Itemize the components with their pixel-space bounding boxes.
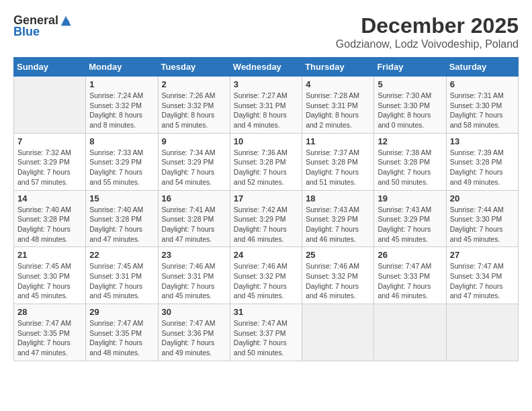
title-area: December 2025 Godzianow, Lodz Voivodeshi… xyxy=(336,13,519,50)
day-number: 10 xyxy=(234,136,298,146)
header-row: SundayMondayTuesdayWednesdayThursdayFrid… xyxy=(14,58,519,77)
calendar-cell: 21 Sunrise: 7:45 AMSunset: 3:30 PMDaylig… xyxy=(14,247,86,304)
calendar-cell: 7 Sunrise: 7:32 AMSunset: 3:29 PMDayligh… xyxy=(14,133,86,190)
calendar-cell: 12 Sunrise: 7:38 AMSunset: 3:28 PMDaylig… xyxy=(374,133,446,190)
day-info: Sunrise: 7:36 AMSunset: 3:28 PMDaylight:… xyxy=(234,148,298,187)
header-cell-friday: Friday xyxy=(374,58,446,77)
week-row-4: 21 Sunrise: 7:45 AMSunset: 3:30 PMDaylig… xyxy=(14,247,519,304)
header: General Blue December 2025 Godzianow, Lo… xyxy=(13,13,519,50)
day-info: Sunrise: 7:47 AMSunset: 3:34 PMDaylight:… xyxy=(450,261,515,301)
header-cell-thursday: Thursday xyxy=(302,58,374,77)
day-number: 3 xyxy=(234,79,298,89)
day-info: Sunrise: 7:32 AMSunset: 3:29 PMDaylight:… xyxy=(17,148,82,187)
day-number: 13 xyxy=(450,136,515,146)
calendar-cell: 18 Sunrise: 7:43 AMSunset: 3:29 PMDaylig… xyxy=(302,190,374,247)
calendar-cell xyxy=(446,304,518,361)
day-number: 30 xyxy=(162,307,226,317)
day-number: 8 xyxy=(89,136,154,146)
calendar-cell: 13 Sunrise: 7:39 AMSunset: 3:28 PMDaylig… xyxy=(446,133,518,190)
calendar-cell: 31 Sunrise: 7:47 AMSunset: 3:37 PMDaylig… xyxy=(230,304,302,361)
calendar-cell: 17 Sunrise: 7:42 AMSunset: 3:29 PMDaylig… xyxy=(230,190,302,247)
day-number: 5 xyxy=(378,79,442,89)
day-info: Sunrise: 7:39 AMSunset: 3:28 PMDaylight:… xyxy=(450,148,515,187)
calendar-cell: 8 Sunrise: 7:33 AMSunset: 3:29 PMDayligh… xyxy=(86,133,158,190)
calendar-cell: 29 Sunrise: 7:47 AMSunset: 3:35 PMDaylig… xyxy=(86,304,158,361)
calendar-cell: 22 Sunrise: 7:45 AMSunset: 3:31 PMDaylig… xyxy=(86,247,158,304)
day-info: Sunrise: 7:41 AMSunset: 3:28 PMDaylight:… xyxy=(162,205,226,244)
calendar-cell: 15 Sunrise: 7:40 AMSunset: 3:28 PMDaylig… xyxy=(86,190,158,247)
day-number: 14 xyxy=(17,193,82,203)
week-row-5: 28 Sunrise: 7:47 AMSunset: 3:35 PMDaylig… xyxy=(14,304,519,361)
day-number: 31 xyxy=(234,307,298,317)
calendar-cell: 26 Sunrise: 7:47 AMSunset: 3:33 PMDaylig… xyxy=(374,247,446,304)
day-number: 1 xyxy=(89,79,154,89)
day-info: Sunrise: 7:46 AMSunset: 3:31 PMDaylight:… xyxy=(162,261,226,301)
calendar-cell: 6 Sunrise: 7:31 AMSunset: 3:30 PMDayligh… xyxy=(446,77,518,134)
day-number: 29 xyxy=(89,307,154,317)
day-number: 12 xyxy=(378,136,442,146)
day-number: 24 xyxy=(234,250,298,260)
day-number: 7 xyxy=(17,136,82,146)
day-info: Sunrise: 7:30 AMSunset: 3:30 PMDaylight:… xyxy=(378,91,442,130)
day-info: Sunrise: 7:24 AMSunset: 3:32 PMDaylight:… xyxy=(89,91,154,130)
week-row-3: 14 Sunrise: 7:40 AMSunset: 3:28 PMDaylig… xyxy=(14,190,519,247)
logo-blue: Blue xyxy=(13,25,40,39)
day-info: Sunrise: 7:26 AMSunset: 3:32 PMDaylight:… xyxy=(162,91,226,130)
calendar-cell xyxy=(374,304,446,361)
day-number: 9 xyxy=(162,136,226,146)
day-info: Sunrise: 7:38 AMSunset: 3:28 PMDaylight:… xyxy=(378,148,442,187)
day-info: Sunrise: 7:46 AMSunset: 3:32 PMDaylight:… xyxy=(234,261,298,301)
calendar-cell: 4 Sunrise: 7:28 AMSunset: 3:31 PMDayligh… xyxy=(302,77,374,134)
header-cell-tuesday: Tuesday xyxy=(158,58,230,77)
day-number: 20 xyxy=(450,193,515,203)
day-number: 15 xyxy=(89,193,154,203)
day-number: 23 xyxy=(162,250,226,260)
day-number: 6 xyxy=(450,79,515,89)
day-info: Sunrise: 7:31 AMSunset: 3:30 PMDaylight:… xyxy=(450,91,515,130)
calendar-cell: 19 Sunrise: 7:43 AMSunset: 3:29 PMDaylig… xyxy=(374,190,446,247)
calendar-cell: 2 Sunrise: 7:26 AMSunset: 3:32 PMDayligh… xyxy=(158,77,230,134)
day-info: Sunrise: 7:33 AMSunset: 3:29 PMDaylight:… xyxy=(89,148,154,187)
calendar-cell: 5 Sunrise: 7:30 AMSunset: 3:30 PMDayligh… xyxy=(374,77,446,134)
calendar-cell: 30 Sunrise: 7:47 AMSunset: 3:36 PMDaylig… xyxy=(158,304,230,361)
day-info: Sunrise: 7:40 AMSunset: 3:28 PMDaylight:… xyxy=(89,205,154,244)
calendar-cell: 3 Sunrise: 7:27 AMSunset: 3:31 PMDayligh… xyxy=(230,77,302,134)
header-cell-sunday: Sunday xyxy=(14,58,86,77)
day-number: 17 xyxy=(234,193,298,203)
week-row-1: 1 Sunrise: 7:24 AMSunset: 3:32 PMDayligh… xyxy=(14,77,519,134)
calendar-cell: 23 Sunrise: 7:46 AMSunset: 3:31 PMDaylig… xyxy=(158,247,230,304)
calendar-cell: 9 Sunrise: 7:34 AMSunset: 3:29 PMDayligh… xyxy=(158,133,230,190)
calendar-cell: 11 Sunrise: 7:37 AMSunset: 3:28 PMDaylig… xyxy=(302,133,374,190)
day-number: 19 xyxy=(378,193,442,203)
day-number: 18 xyxy=(306,193,370,203)
header-cell-saturday: Saturday xyxy=(446,58,518,77)
calendar-cell: 10 Sunrise: 7:36 AMSunset: 3:28 PMDaylig… xyxy=(230,133,302,190)
calendar-cell: 1 Sunrise: 7:24 AMSunset: 3:32 PMDayligh… xyxy=(86,77,158,134)
calendar-cell: 14 Sunrise: 7:40 AMSunset: 3:28 PMDaylig… xyxy=(14,190,86,247)
day-info: Sunrise: 7:43 AMSunset: 3:29 PMDaylight:… xyxy=(306,205,370,244)
day-info: Sunrise: 7:43 AMSunset: 3:29 PMDaylight:… xyxy=(378,205,442,244)
day-info: Sunrise: 7:46 AMSunset: 3:32 PMDaylight:… xyxy=(306,261,370,301)
calendar-cell: 20 Sunrise: 7:44 AMSunset: 3:30 PMDaylig… xyxy=(446,190,518,247)
day-info: Sunrise: 7:34 AMSunset: 3:29 PMDaylight:… xyxy=(162,148,226,187)
calendar-table: SundayMondayTuesdayWednesdayThursdayFrid… xyxy=(13,57,519,361)
day-info: Sunrise: 7:45 AMSunset: 3:30 PMDaylight:… xyxy=(17,261,82,301)
day-info: Sunrise: 7:42 AMSunset: 3:29 PMDaylight:… xyxy=(234,205,298,244)
month-title: December 2025 xyxy=(336,13,519,38)
logo: General Blue xyxy=(13,13,72,39)
day-number: 16 xyxy=(162,193,226,203)
day-number: 4 xyxy=(306,79,370,89)
day-number: 26 xyxy=(378,250,442,260)
calendar-cell xyxy=(302,304,374,361)
day-number: 28 xyxy=(17,307,82,317)
calendar-cell xyxy=(14,77,86,134)
day-info: Sunrise: 7:47 AMSunset: 3:37 PMDaylight:… xyxy=(234,318,298,358)
day-info: Sunrise: 7:28 AMSunset: 3:31 PMDaylight:… xyxy=(306,91,370,130)
day-number: 27 xyxy=(450,250,515,260)
day-info: Sunrise: 7:47 AMSunset: 3:33 PMDaylight:… xyxy=(378,261,442,301)
day-info: Sunrise: 7:27 AMSunset: 3:31 PMDaylight:… xyxy=(234,91,298,130)
calendar-cell: 27 Sunrise: 7:47 AMSunset: 3:34 PMDaylig… xyxy=(446,247,518,304)
week-row-2: 7 Sunrise: 7:32 AMSunset: 3:29 PMDayligh… xyxy=(14,133,519,190)
logo-icon xyxy=(60,15,72,27)
day-number: 25 xyxy=(306,250,370,260)
